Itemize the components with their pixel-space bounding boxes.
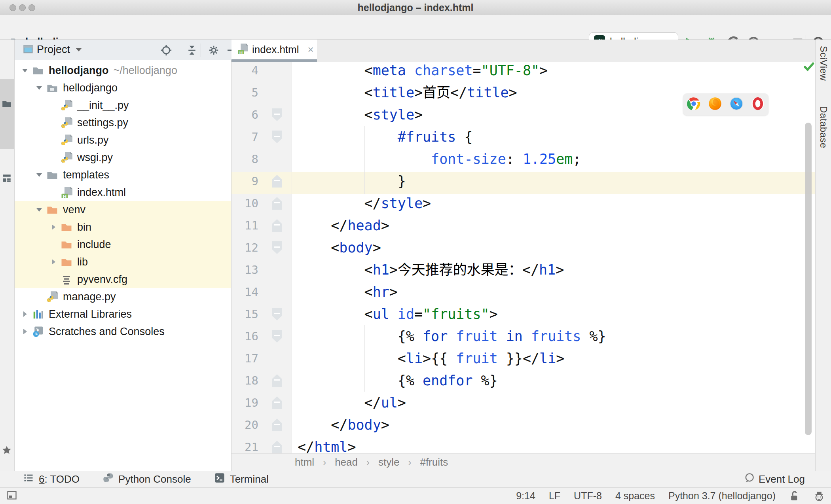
left-tool-stripe: 1: Project7: Structure2: Favorites bbox=[0, 40, 15, 471]
tree-item-label: index.html bbox=[77, 186, 126, 199]
tree-item-wsgi-py[interactable]: wsgi.py bbox=[15, 149, 231, 166]
folder-ex-icon bbox=[46, 204, 58, 216]
event-log-button[interactable]: Event Log bbox=[744, 471, 805, 487]
event-log-label: Event Log bbox=[759, 473, 805, 485]
py-icon bbox=[61, 117, 72, 129]
tree-item-label: wsgi.py bbox=[77, 152, 113, 164]
line-number: 13 bbox=[231, 259, 258, 281]
tree-item-hellodjango[interactable]: hellodjango~/hellodjango bbox=[15, 62, 231, 79]
tree-item-label: venv bbox=[63, 204, 85, 216]
settings-icon[interactable] bbox=[208, 44, 220, 56]
tool-button-sciview[interactable]: SciView bbox=[818, 46, 831, 81]
breadcrumb-item-html[interactable]: html bbox=[295, 456, 314, 468]
chevron-expanded-icon[interactable] bbox=[34, 83, 44, 93]
open-in-chrome-icon[interactable] bbox=[687, 97, 701, 112]
collapse-all-icon[interactable] bbox=[186, 44, 198, 56]
indent-guide bbox=[398, 148, 398, 170]
line-number: 18 bbox=[231, 369, 258, 392]
html-file-icon: H bbox=[237, 43, 248, 56]
tree-item-pyvenv-cfg[interactable]: pyvenv.cfg bbox=[15, 271, 231, 288]
browser-preview-popup bbox=[683, 93, 768, 116]
project-panel-header: Project bbox=[15, 40, 231, 60]
status-segment-9-14[interactable]: 9:14 bbox=[516, 490, 535, 502]
code-line-4: <meta charset="UTF-8"> bbox=[364, 62, 548, 81]
locate-icon[interactable] bbox=[160, 44, 172, 56]
tree-item-path: ~/hellodjango bbox=[114, 64, 177, 77]
line-number: 14 bbox=[231, 281, 258, 303]
code-editor[interactable]: 4<meta charset="UTF-8">5<title>首页</title… bbox=[231, 62, 815, 453]
tree-item-urls-py[interactable]: urls.py bbox=[15, 131, 231, 149]
tree-item-label: settings.py bbox=[77, 117, 128, 129]
tree-item-manage-py[interactable]: manage.py bbox=[15, 288, 231, 305]
tool-window-bar: 6: TODOPython ConsoleTerminal bbox=[0, 471, 831, 487]
breadcrumb-separator: › bbox=[323, 457, 326, 468]
folder-pkg-icon bbox=[46, 82, 58, 94]
folder-ex-icon bbox=[61, 221, 72, 233]
tab-label: index.html bbox=[252, 44, 299, 56]
tool-button-python-console[interactable]: Python Console bbox=[102, 472, 191, 486]
indent-guide bbox=[364, 126, 365, 194]
tree-item-venv[interactable]: venv bbox=[15, 201, 231, 218]
chevron-expanded-icon[interactable] bbox=[34, 170, 44, 180]
status-segment-python-3-7-hellodjango-[interactable]: Python 3.7 (hellodjango) bbox=[668, 490, 776, 502]
project-tool-window: hellodjango~/hellodjangohellodjango__ini… bbox=[15, 40, 231, 471]
inspections-ok-icon[interactable] bbox=[803, 62, 815, 72]
tree-item-include[interactable]: include bbox=[15, 236, 231, 253]
tree-item-hellodjango[interactable]: hellodjango bbox=[15, 79, 231, 97]
project-panel-title[interactable]: Project bbox=[37, 44, 70, 56]
tree-item-settings-py[interactable]: settings.py bbox=[15, 114, 231, 131]
close-tab-icon[interactable]: × bbox=[308, 45, 314, 53]
svg-text:H: H bbox=[63, 194, 66, 198]
status-segment-utf-8[interactable]: UTF-8 bbox=[574, 490, 602, 502]
tree-item-__init__-py[interactable]: __init__.py bbox=[15, 97, 231, 114]
tree-item-index-html[interactable]: Hindex.html bbox=[15, 184, 231, 201]
tool-button-6-todo[interactable]: 6: TODO bbox=[23, 472, 80, 486]
hector-icon[interactable] bbox=[814, 491, 825, 502]
line-number: 10 bbox=[231, 192, 258, 214]
project-view-icon bbox=[23, 44, 34, 56]
gutter-separator bbox=[292, 62, 292, 453]
open-in-opera-icon[interactable] bbox=[751, 97, 765, 112]
chevron-collapsed-icon[interactable] bbox=[20, 309, 30, 319]
status-segment-4-spaces[interactable]: 4 spaces bbox=[615, 490, 655, 502]
editor-tab-strip bbox=[231, 40, 815, 62]
py-icon bbox=[61, 99, 72, 111]
line-number: 9 bbox=[231, 170, 258, 192]
chevron-collapsed-icon[interactable] bbox=[49, 257, 58, 267]
tree-item-label: External Libraries bbox=[49, 308, 132, 320]
tree-item-templates[interactable]: templates bbox=[15, 166, 231, 184]
breadcrumb-item-style[interactable]: style bbox=[378, 456, 399, 468]
code-line-9: } bbox=[398, 170, 406, 192]
stripe-project-icon bbox=[1, 98, 12, 108]
status-segment-lf[interactable]: LF bbox=[549, 490, 560, 502]
textfile-icon bbox=[61, 273, 72, 285]
line-number: 11 bbox=[231, 214, 258, 237]
open-in-firefox-icon[interactable] bbox=[708, 97, 722, 112]
chevron-collapsed-icon[interactable] bbox=[20, 327, 30, 336]
chevron-expanded-icon[interactable] bbox=[34, 205, 44, 214]
open-in-safari-icon[interactable] bbox=[729, 97, 744, 112]
breadcrumb-item-fruits[interactable]: #fruits bbox=[420, 456, 448, 468]
line-number: 20 bbox=[231, 414, 258, 436]
code-line-5: <title>首页</title> bbox=[364, 81, 517, 104]
py-icon bbox=[46, 291, 58, 303]
tool-button-terminal[interactable]: Terminal bbox=[214, 472, 269, 486]
star-icon bbox=[1, 445, 12, 455]
toggle-tool-windows-icon[interactable] bbox=[6, 490, 17, 502]
unlock-icon[interactable] bbox=[789, 491, 800, 502]
tree-item-lib[interactable]: lib bbox=[15, 253, 231, 271]
scratch-icon bbox=[32, 326, 44, 337]
tree-item-external-libraries[interactable]: External Libraries bbox=[15, 305, 231, 323]
tree-item-scratches-and-consoles[interactable]: Scratches and Consoles bbox=[15, 323, 231, 340]
tab-index-html[interactable]: H index.html × bbox=[231, 40, 317, 59]
chevron-collapsed-icon[interactable] bbox=[49, 222, 58, 232]
line-number: 19 bbox=[231, 392, 258, 414]
breadcrumb-separator: › bbox=[366, 457, 370, 468]
line-number: 6 bbox=[231, 104, 258, 126]
tool-button-database[interactable]: Database bbox=[818, 106, 831, 148]
breadcrumb-item-head[interactable]: head bbox=[335, 456, 358, 468]
editor-scrollbar[interactable] bbox=[805, 123, 812, 435]
stripe-structure-icon bbox=[1, 173, 12, 184]
tree-item-bin[interactable]: bin bbox=[15, 218, 231, 236]
chevron-expanded-icon[interactable] bbox=[20, 66, 30, 75]
